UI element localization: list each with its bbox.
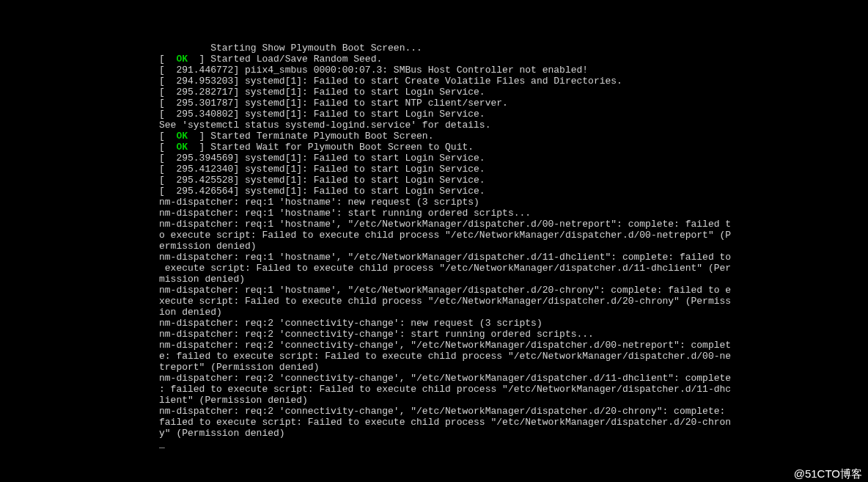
console-line: [ OK ] Started Load/Save Random Seed.: [159, 54, 868, 65]
console-line: [ 295.340802] systemd[1]: Failed to star…: [159, 109, 868, 120]
console-line: y" (Permission denied): [159, 428, 868, 439]
console-line: o execute script: Failed to execute chil…: [159, 230, 868, 241]
console-line: nm-dispatcher: req:2 'connectivity-chang…: [159, 318, 868, 329]
status-ok: OK: [176, 54, 188, 65]
status-prefix: [: [159, 131, 176, 142]
console-line: [ OK ] Started Wait for Plymouth Boot Sc…: [159, 142, 868, 153]
status-suffix: ] Started Wait for Plymouth Boot Screen …: [188, 142, 474, 153]
status-ok: OK: [176, 142, 188, 153]
console-line: ermission denied): [159, 241, 868, 252]
watermark: @51CTO博客: [794, 468, 862, 479]
console-line: [ 295.282717] systemd[1]: Failed to star…: [159, 87, 868, 98]
console-line: [ 291.446772] piix4_smbus 0000:00:07.3: …: [159, 65, 868, 76]
console-line: nm-dispatcher: req:1 'hostname': start r…: [159, 208, 868, 219]
console-line: nm-dispatcher: req:1 'hostname', "/etc/N…: [159, 252, 868, 263]
console-line: nm-dispatcher: req:1 'hostname', "/etc/N…: [159, 285, 868, 296]
console-line: treport" (Permission denied): [159, 362, 868, 373]
cursor-line: _: [159, 439, 868, 450]
console-line: [ 295.412340] systemd[1]: Failed to star…: [159, 164, 868, 175]
console-line: failed to execute script: Failed to exec…: [159, 417, 868, 428]
console-line: Starting Show Plymouth Boot Screen...: [159, 43, 868, 54]
status-suffix: ] Started Load/Save Random Seed.: [188, 54, 382, 65]
cursor: _: [159, 439, 165, 450]
status-suffix: ] Started Terminate Plymouth Boot Screen…: [188, 131, 433, 142]
console-line: [ 295.425528] systemd[1]: Failed to star…: [159, 175, 868, 186]
console-line: ion denied): [159, 307, 868, 318]
console-line: lient" (Permission denied): [159, 395, 868, 406]
console-line: [ 295.426564] systemd[1]: Failed to star…: [159, 186, 868, 197]
console-line: nm-dispatcher: req:2 'connectivity-chang…: [159, 406, 868, 417]
console-line: xecute script: Failed to execute child p…: [159, 296, 868, 307]
console-line: [ 294.953203] systemd[1]: Failed to star…: [159, 76, 868, 87]
status-prefix: [: [159, 142, 176, 153]
console-line: [ 295.394569] systemd[1]: Failed to star…: [159, 153, 868, 164]
console-line: nm-dispatcher: req:2 'connectivity-chang…: [159, 373, 868, 384]
console-line: nm-dispatcher: req:2 'connectivity-chang…: [159, 329, 868, 340]
console-line: execute script: Failed to execute child …: [159, 263, 868, 274]
status-ok: OK: [176, 131, 188, 142]
console-line: e: failed to execute script: Failed to e…: [159, 351, 868, 362]
console-line: : failed to execute script: Failed to ex…: [159, 384, 868, 395]
console-line: nm-dispatcher: req:2 'connectivity-chang…: [159, 340, 868, 351]
status-prefix: [: [159, 54, 176, 65]
console-line: [ OK ] Started Terminate Plymouth Boot S…: [159, 131, 868, 142]
console-line: [ 295.301787] systemd[1]: Failed to star…: [159, 98, 868, 109]
console-line: See 'systemctl status systemd-logind.ser…: [159, 120, 868, 131]
console-line: nm-dispatcher: req:1 'hostname': new req…: [159, 197, 868, 208]
console-line: nm-dispatcher: req:1 'hostname', "/etc/N…: [159, 219, 868, 230]
boot-console: Starting Show Plymouth Boot Screen...[ O…: [0, 0, 868, 450]
console-line: mission denied): [159, 274, 868, 285]
